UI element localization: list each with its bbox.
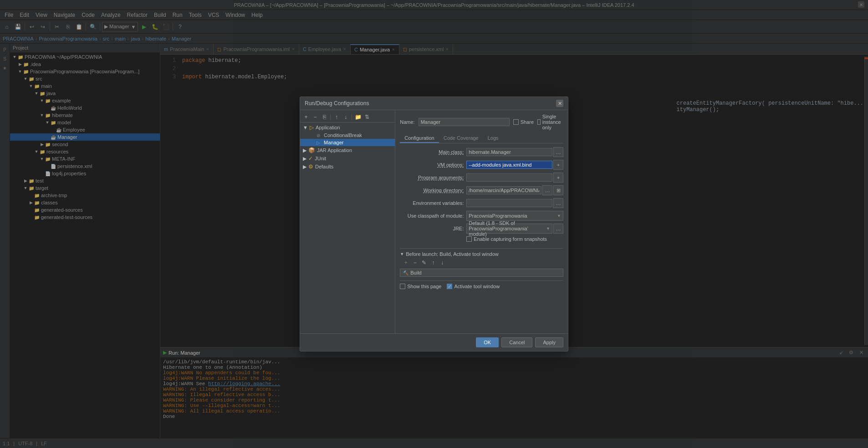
capturing-checkbox-label[interactable]: Enable capturing form snapshots — [466, 236, 547, 242]
vm-options-row: VM options: + — [400, 160, 563, 170]
working-dir-macro-btn[interactable]: ⊞ — [553, 185, 563, 195]
bl-move-down-btn[interactable]: ↓ — [438, 259, 446, 267]
before-launch-header[interactable]: ▼ Before launch: Build, Activate tool wi… — [400, 251, 563, 257]
before-launch-section: ▼ Before launch: Build, Activate tool wi… — [400, 248, 563, 277]
activate-tool-checkbox[interactable]: ✓ — [447, 284, 452, 289]
env-vars-expand-btn[interactable]: … — [553, 198, 563, 208]
share-label: Share — [521, 119, 534, 125]
config-group-junit[interactable]: ▶ ✓ JUnit — [300, 154, 395, 163]
dialog-overlay: Run/Debug Configurations ✕ + − ⎘ ↑ ↓ 📁 ⇅ — [0, 0, 868, 448]
config-folder-button[interactable]: 📁 — [354, 113, 362, 121]
group-label: Application — [316, 125, 340, 130]
defaults-group-icon: ⚙ — [308, 163, 313, 170]
show-page-label: Show this page — [407, 284, 441, 289]
config-move-down-button[interactable]: ↓ — [342, 113, 350, 121]
dialog-close-button[interactable]: ✕ — [556, 100, 563, 107]
config-item-conditionalbreak[interactable]: ⊘ ConditionalBreak — [300, 132, 395, 139]
config-remove-button[interactable]: − — [311, 113, 319, 121]
name-row: Name: Share Single instance only — [400, 114, 563, 130]
main-class-input[interactable] — [466, 148, 552, 156]
env-vars-input[interactable] — [466, 199, 552, 207]
tab-configuration[interactable]: Configuration — [400, 134, 439, 143]
single-instance-label: Single instance only — [542, 114, 563, 130]
bl-remove-btn[interactable]: − — [411, 259, 419, 267]
before-launch-arrow: ▼ — [400, 252, 404, 256]
env-vars-input-group: … — [466, 198, 563, 208]
name-label: Name: — [400, 119, 414, 125]
share-row: Share Single instance only — [513, 114, 563, 130]
before-launch-toolbar: + − ✎ ↑ ↓ — [400, 259, 563, 267]
config-sort-button[interactable]: ⇅ — [363, 113, 371, 121]
config-group-jar[interactable]: ▶ 📦 JAR Application — [300, 146, 395, 154]
share-checkbox-label[interactable]: Share — [513, 119, 534, 125]
group-label: Defaults — [315, 164, 333, 169]
bl-move-up-btn[interactable]: ↑ — [429, 259, 437, 267]
manager-run-icon: ▷ — [317, 140, 320, 145]
tab-logs[interactable]: Logs — [483, 134, 503, 143]
program-args-label: Program arguments: — [400, 175, 464, 180]
group-arrow: ▶ — [303, 156, 306, 162]
classpath-label: Use classpath of module: — [400, 213, 464, 219]
config-group-defaults[interactable]: ▶ ⚙ Defaults — [300, 163, 395, 171]
config-group-application[interactable]: ▼ ▷ Application — [300, 123, 395, 132]
main-class-input-group: … — [466, 147, 563, 157]
main-class-label: Main class: — [400, 149, 464, 155]
share-checkbox[interactable] — [513, 119, 519, 125]
apply-button[interactable]: Apply — [535, 337, 563, 347]
classpath-dropdown-arrow: ▼ — [557, 214, 561, 218]
program-args-expand-btn[interactable]: + — [553, 173, 563, 183]
config-add-button[interactable]: + — [302, 113, 310, 121]
group-label: JUnit — [315, 156, 326, 161]
working-dir-browse-btn[interactable]: … — [542, 185, 552, 195]
capturing-checkbox[interactable] — [466, 236, 472, 242]
classpath-value: PracowniaProgramowania — [469, 213, 527, 219]
cancel-button[interactable]: Cancel — [501, 337, 532, 347]
activate-tool-label: Activate tool window — [454, 284, 500, 289]
config-move-up-button[interactable]: ↑ — [332, 113, 341, 121]
name-input[interactable] — [419, 118, 510, 126]
conditional-break-icon: ⊘ — [317, 133, 320, 138]
group-label: JAR Application — [317, 148, 352, 153]
program-args-row: Program arguments: + — [400, 173, 563, 183]
activate-tool-checkbox-label[interactable]: ✓ Activate tool window — [447, 284, 500, 289]
dialog-body: + − ⎘ ↑ ↓ 📁 ⇅ ▼ ▷ Application — [300, 110, 568, 333]
bl-edit-btn[interactable]: ✎ — [420, 259, 428, 267]
single-instance-checkbox[interactable] — [537, 119, 541, 125]
config-tabs: Configuration Code Coverage Logs — [400, 134, 563, 143]
main-class-browse-btn[interactable]: … — [553, 147, 563, 157]
dialog-title: Run/Debug Configurations — [305, 100, 369, 107]
jre-dropdown[interactable]: Default (1.8 - SDK of PracowniaProgramow… — [466, 224, 552, 234]
config-toolbar-sep — [330, 114, 331, 120]
vm-options-input-group: + — [466, 160, 563, 170]
env-vars-label: Environment variables: — [400, 200, 464, 206]
config-copy-button[interactable]: ⎘ — [320, 113, 328, 121]
program-args-input[interactable] — [466, 173, 552, 182]
working-dir-row: Working directory: … ⊞ — [400, 185, 563, 195]
show-activate-row: Show this page ✓ Activate tool window — [400, 280, 563, 289]
tab-code-coverage[interactable]: Code Coverage — [439, 134, 483, 143]
jre-browse-btn[interactable]: … — [553, 224, 563, 234]
before-launch-label: Before launch: Build, Activate tool wind… — [406, 251, 499, 257]
jre-input-group: Default (1.8 - SDK of PracowniaProgramow… — [466, 224, 563, 234]
vm-options-expand-btn[interactable]: + — [553, 160, 563, 170]
show-page-checkbox-label[interactable]: Show this page — [400, 284, 441, 289]
show-page-checkbox[interactable] — [400, 284, 405, 289]
vm-options-label: VM options: — [400, 162, 464, 168]
group-arrow: ▶ — [303, 164, 306, 170]
config-details-panel: Name: Share Single instance only — [395, 110, 568, 333]
config-item-manager[interactable]: ▷ Manager — [300, 139, 395, 146]
classpath-dropdown[interactable]: PracowniaProgramowania ▼ — [466, 211, 563, 221]
bl-add-btn[interactable]: + — [402, 259, 410, 267]
vm-options-input[interactable] — [466, 161, 552, 169]
config-tree: ▼ ▷ Application ⊘ ConditionalBreak ▷ — [300, 122, 395, 172]
config-list-panel: + − ⎘ ↑ ↓ 📁 ⇅ ▼ ▷ Application — [300, 110, 395, 333]
config-toolbar: + − ⎘ ↑ ↓ 📁 ⇅ — [300, 112, 395, 122]
bl-build-item: 🔨 Build — [400, 269, 563, 277]
ok-button[interactable]: OK — [476, 337, 499, 347]
run-debug-configurations-dialog: Run/Debug Configurations ✕ + − ⎘ ↑ ↓ 📁 ⇅ — [300, 97, 568, 351]
single-instance-checkbox-label[interactable]: Single instance only — [537, 114, 563, 130]
junit-group-icon: ✓ — [308, 155, 313, 162]
working-dir-input[interactable] — [466, 186, 541, 194]
capturing-row: Enable capturing form snapshots — [400, 236, 563, 242]
jre-row: JRE: Default (1.8 - SDK of PracowniaProg… — [400, 224, 563, 234]
